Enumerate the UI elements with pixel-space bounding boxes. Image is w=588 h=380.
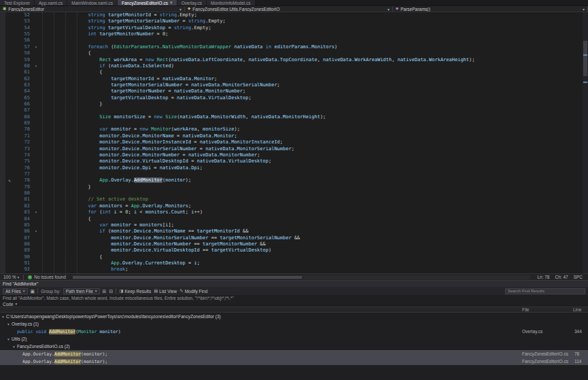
tab-app-xaml-cs[interactable]: App.xaml.cs [35, 0, 67, 5]
code-line-64[interactable]: 64 targetMonitorNumber = nativeData.Moni… [0, 88, 583, 94]
code-line-62[interactable]: 62 targetMonitorId = nativeData.Monitor; [0, 76, 583, 82]
code-line-87[interactable]: 87 monitor.Device.MonitorSerialNumber ==… [0, 235, 583, 241]
code-line-82[interactable]: 82 var monitors = App.Overlay.Monitors; [0, 203, 583, 209]
code-line-79[interactable]: 79 } [0, 184, 583, 190]
code-line-60[interactable]: 60▾ if (nativeData.IsSelected) [0, 63, 583, 69]
code-line-77[interactable]: 77 [0, 171, 583, 177]
breakpoint-margin[interactable] [0, 171, 5, 177]
breakpoint-margin[interactable] [0, 50, 5, 56]
vertical-scrollbar[interactable] [583, 12, 588, 273]
code-editor[interactable]: 52 string targetMonitorId = string.Empty… [0, 12, 583, 273]
expand-chevron-icon[interactable]: ▾ [5, 337, 12, 341]
result-match-row[interactable]: public void AddMonitor(Monitor monitor)O… [0, 328, 588, 335]
code-filter-dropdown[interactable]: Code ▾ [0, 301, 588, 307]
tab-fancyzoneseditorio-cs[interactable]: FancyZonesEditorIO.cs× [118, 0, 177, 5]
breakpoint-margin[interactable] [0, 216, 5, 222]
breakpoint-margin[interactable] [0, 139, 5, 145]
code-line-69[interactable]: 69 [0, 120, 583, 126]
type-dropdown[interactable]: ◆ FancyZonesEditor.Utils.FancyZonesEdito… [185, 6, 393, 12]
code-line-63[interactable]: 63 targetMonitorSerialNumber = nativeDat… [0, 82, 583, 88]
breakpoint-margin[interactable] [0, 247, 5, 254]
tab-close-icon[interactable]: × [170, 1, 173, 5]
breakpoint-margin[interactable] [0, 114, 5, 120]
breakpoint-margin[interactable] [0, 260, 5, 266]
code-line-89[interactable]: 89 monitor.Device.VirtualDesktopId == ta… [0, 247, 583, 254]
breakpoint-margin[interactable] [0, 12, 5, 18]
breakpoint-margin[interactable] [0, 133, 5, 139]
result-match-row[interactable]: App.Overlay.AddMonitor(monitor);FancyZon… [0, 350, 588, 358]
collapse-all-icon[interactable]: ⊟ [109, 288, 113, 294]
code-line-91[interactable]: 91 App.Overlay.CurrentDesktop = i; [0, 260, 583, 266]
fold-chevron-icon[interactable]: ▾ [33, 228, 39, 235]
breakpoint-margin[interactable] [0, 107, 5, 114]
project-dropdown[interactable]: ▣ FancyZonesEditor ▾ [0, 6, 185, 12]
expand-chevron-icon[interactable]: ▾ [0, 315, 6, 319]
code-line-56[interactable]: 56 [0, 37, 583, 44]
breakpoint-margin[interactable] [0, 44, 5, 50]
expand-chevron-icon[interactable]: ▾ [5, 322, 12, 326]
breakpoint-margin[interactable] [0, 95, 5, 101]
code-line-84[interactable]: 84 { [0, 216, 583, 222]
line-column-header[interactable]: Line [573, 307, 581, 313]
breakpoint-margin[interactable] [0, 254, 5, 260]
breakpoint-margin[interactable] [0, 158, 5, 165]
breakpoint-margin[interactable] [0, 152, 5, 158]
scrollbar-thumb[interactable] [583, 41, 587, 76]
code-line-73[interactable]: 73 monitor.Device.MonitorSerialNumber = … [0, 146, 583, 152]
breakpoint-margin[interactable] [0, 241, 5, 247]
code-line-70[interactable]: 70 var monitor = new Monitor(workArea, m… [0, 126, 583, 133]
member-dropdown[interactable]: ◆ ParseParams() ▾ [393, 6, 588, 12]
code-line-71[interactable]: 71 monitor.Device.MonitorName = nativeDa… [0, 133, 583, 139]
breakpoint-margin[interactable] [0, 25, 5, 31]
result-group-row[interactable]: ▾FancyZonesEditorIO.cs (2) [0, 343, 588, 350]
breakpoint-margin[interactable] [0, 82, 5, 88]
tab-test-explorer[interactable]: Test Explorer [0, 0, 34, 5]
code-line-86[interactable]: 86▾ if (monitor.Device.MonitorName == ta… [0, 228, 583, 235]
code-line-83[interactable]: 83▾ for (int i = 0; i < monitors.Count; … [0, 209, 583, 215]
breakpoint-margin[interactable] [0, 196, 5, 203]
breakpoint-margin[interactable] [0, 37, 5, 44]
save-results-icon[interactable]: ▣ [31, 288, 35, 294]
code-line-59[interactable]: 59 Rect workArea = new Rect(nativeData.L… [0, 57, 583, 63]
results-column-header[interactable]: File Line [0, 307, 588, 313]
breakpoint-margin[interactable] [0, 222, 5, 228]
code-line-88[interactable]: 88 monitor.Device.MonitorNumber == targe… [0, 241, 583, 247]
code-line-67[interactable]: 67 [0, 107, 583, 114]
keep-results-toggle[interactable]: ◨ Keep Results [119, 288, 151, 294]
result-match-row[interactable]: App.Overlay.AddMonitor(monitor);FancyZon… [0, 358, 588, 365]
code-line-53[interactable]: 53 string targetMonitorSerialNumber = st… [0, 18, 583, 24]
expand-chevron-icon[interactable]: ▾ [11, 345, 17, 349]
zoom-control[interactable]: 100 % ▾ [3, 275, 19, 279]
breakpoint-margin[interactable] [0, 18, 5, 24]
code-line-58[interactable]: 58 { [0, 50, 583, 56]
breakpoint-margin[interactable] [0, 203, 5, 209]
code-line-57[interactable]: 57▾ foreach (EditorParameters.NativeMoni… [0, 44, 583, 50]
breakpoint-margin[interactable] [0, 76, 5, 82]
breakpoint-margin[interactable] [0, 31, 5, 37]
tab-overlay-cs[interactable]: Overlay.cs [177, 0, 206, 5]
file-column-header[interactable]: File [522, 307, 529, 313]
code-line-76[interactable]: 76 monitor.Device.Dpi = nativeData.Dpi; [0, 165, 583, 171]
code-line-65[interactable]: 65 targetVirtualDesktop = nativeData.Vir… [0, 95, 583, 101]
breakpoint-margin[interactable] [0, 177, 5, 184]
tab-monitorinfomodel-cs[interactable]: MonitorInfoModel.cs [207, 0, 255, 5]
scope-dropdown[interactable]: All Files ▾ [3, 288, 28, 294]
tab-mainwindow-xaml-cs[interactable]: MainWindow.xaml.cs [67, 0, 117, 5]
breakpoint-margin[interactable] [0, 146, 5, 152]
scrollbar-thumb[interactable] [73, 276, 302, 279]
fold-chevron-icon[interactable]: ▾ [33, 44, 39, 50]
group-by-dropdown[interactable]: Path then File ▾ [63, 288, 100, 294]
find-panel-titlebar[interactable]: Find "AddMonitor" [0, 281, 588, 287]
breakpoint-margin[interactable] [0, 120, 5, 126]
code-line-55[interactable]: 55 int targetMonitorNumber = 0; [0, 31, 583, 37]
code-line-72[interactable]: 72 monitor.Device.MonitorInstanceId = na… [0, 139, 583, 145]
code-line-54[interactable]: 54 string targetVirtualDesktop = string.… [0, 25, 583, 31]
code-line-68[interactable]: 68 Size monitorSize = new Size(nativeDat… [0, 114, 583, 120]
fold-chevron-icon[interactable]: ▾ [33, 63, 39, 69]
breakpoint-margin[interactable] [0, 126, 5, 133]
breakpoint-margin[interactable] [0, 57, 5, 63]
code-line-80[interactable]: 80 [0, 190, 583, 196]
code-line-90[interactable]: 90 { [0, 254, 583, 260]
breakpoint-margin[interactable] [0, 101, 5, 107]
breakpoint-margin[interactable] [0, 184, 5, 190]
